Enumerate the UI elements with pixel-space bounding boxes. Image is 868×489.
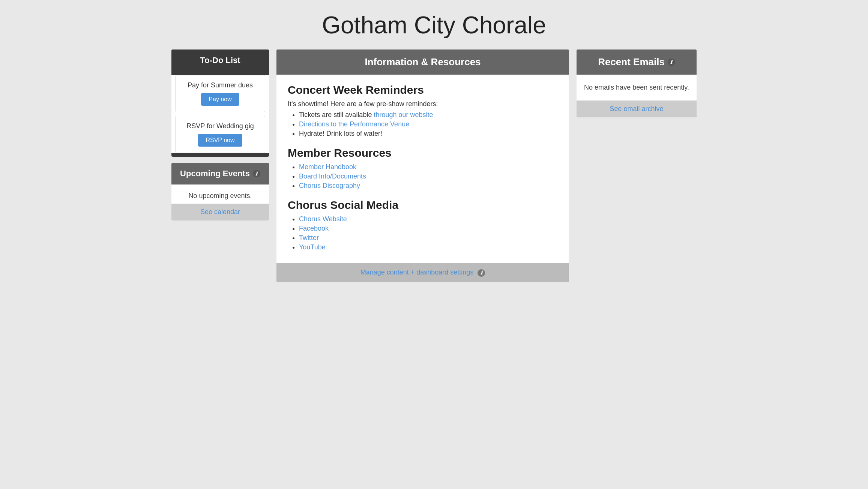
list-item: Member Handbook (299, 163, 558, 171)
reminder-directions-link[interactable]: Directions to the Performance Venue (299, 120, 409, 128)
upcoming-events-info-icon[interactable]: ℹ (253, 170, 260, 177)
pay-now-button[interactable]: Pay now (201, 93, 239, 106)
main-layout: To-Do List Pay for Summer dues Pay now R… (171, 50, 697, 282)
recent-emails-card: Recent Emails ℹ No emails have been sent… (577, 50, 697, 117)
facebook-link[interactable]: Facebook (299, 225, 329, 232)
see-email-footer: See email archive (577, 100, 697, 117)
manage-info-icon: ℹ (478, 269, 485, 277)
youtube-link[interactable]: YouTube (299, 243, 326, 251)
board-info-link[interactable]: Board Info/Documents (299, 172, 366, 180)
list-item: Twitter (299, 234, 558, 242)
twitter-link[interactable]: Twitter (299, 234, 319, 242)
todo-item-rsvp: RSVP for Wedding gig RSVP now (175, 116, 265, 153)
see-email-archive-link[interactable]: See email archive (610, 105, 663, 112)
upcoming-events-body: No upcoming events. (171, 184, 269, 204)
right-column: Recent Emails ℹ No emails have been sent… (577, 50, 697, 117)
concert-reminders-intro: It's showtime! Here are a few pre-show r… (288, 100, 558, 108)
page-title: Gotham City Chorale (8, 8, 860, 39)
chorus-website-link[interactable]: Chorus Website (299, 215, 347, 223)
recent-emails-header: Recent Emails ℹ (577, 50, 697, 75)
recent-emails-body: No emails have been sent recently. (577, 75, 697, 100)
recent-emails-title: Recent Emails (598, 56, 665, 68)
reminder-tickets-text: Tickets are still available (299, 111, 374, 118)
manage-content-link[interactable]: Manage content + dashboard settings ℹ (360, 268, 485, 276)
upcoming-events-empty: No upcoming events. (177, 192, 263, 200)
upcoming-events-title: Upcoming Events (180, 169, 250, 178)
info-resources-header: Information & Resources (276, 50, 569, 75)
left-column: To-Do List Pay for Summer dues Pay now R… (171, 50, 269, 220)
reminder-tickets-link[interactable]: through our website (374, 111, 433, 118)
recent-emails-info-icon[interactable]: ℹ (668, 58, 675, 66)
middle-column: Information & Resources Concert Week Rem… (276, 50, 569, 282)
upcoming-events-header: Upcoming Events ℹ (171, 163, 269, 184)
todo-item-pay: Pay for Summer dues Pay now (175, 75, 265, 112)
recent-emails-empty: No emails have been sent recently. (584, 84, 689, 92)
list-item: Board Info/Documents (299, 172, 558, 180)
list-item: Tickets are still available through our … (299, 111, 558, 119)
todo-body: Pay for Summer dues Pay now RSVP for Wed… (171, 75, 269, 153)
rsvp-now-button[interactable]: RSVP now (198, 134, 242, 147)
info-resources-card: Information & Resources Concert Week Rem… (276, 50, 569, 282)
list-item: Chorus Website (299, 215, 558, 223)
manage-content-footer: Manage content + dashboard settings ℹ (276, 263, 569, 282)
member-resources-list: Member Handbook Board Info/Documents Cho… (288, 163, 558, 190)
manage-content-label: Manage content + dashboard settings (360, 268, 474, 276)
social-media-title: Chorus Social Media (288, 199, 558, 212)
list-item: YouTube (299, 243, 558, 251)
reminder-hydrate-text: Hydrate! Drink lots of water! (299, 130, 382, 137)
list-item: Directions to the Performance Venue (299, 120, 558, 128)
todo-header: To-Do List (171, 50, 269, 71)
todo-card: To-Do List Pay for Summer dues Pay now R… (171, 50, 269, 157)
info-resources-body: Concert Week Reminders It's showtime! He… (276, 75, 569, 263)
todo-item-rsvp-label: RSVP for Wedding gig (182, 122, 259, 130)
concert-reminders-list: Tickets are still available through our … (288, 111, 558, 138)
see-calendar-footer: See calendar (171, 204, 269, 220)
concert-reminders-title: Concert Week Reminders (288, 84, 558, 96)
member-handbook-link[interactable]: Member Handbook (299, 163, 356, 171)
todo-item-pay-label: Pay for Summer dues (182, 81, 259, 89)
member-resources-title: Member Resources (288, 147, 558, 159)
list-item: Hydrate! Drink lots of water! (299, 130, 558, 138)
see-calendar-link[interactable]: See calendar (200, 208, 240, 216)
list-item: Facebook (299, 225, 558, 232)
social-media-list: Chorus Website Facebook Twitter YouTube (288, 215, 558, 251)
chorus-discography-link[interactable]: Chorus Discography (299, 182, 360, 189)
upcoming-events-card: Upcoming Events ℹ No upcoming events. Se… (171, 163, 269, 220)
list-item: Chorus Discography (299, 182, 558, 190)
